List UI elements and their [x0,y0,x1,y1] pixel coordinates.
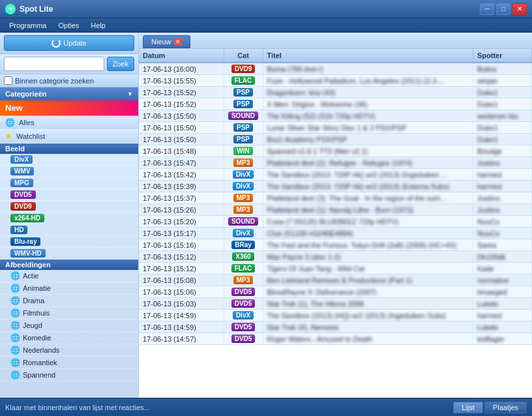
cell-spotter: Duke1 [473,98,532,110]
category-x264hd[interactable]: x264-HD [0,213,138,224]
cell-datum: 17-06-13 (14:59) [139,310,224,321]
binnen-cat-checkbox[interactable] [4,76,12,85]
category-watchlist[interactable]: ★ Watchlist [0,130,138,143]
search-input[interactable] [4,57,104,71]
update-icon [52,38,61,48]
table-row[interactable]: 17-06-13 (15:50)PSPLunar Silver Star Sto… [139,122,532,134]
category-spannend[interactable]: 🌐 Spannend [0,369,138,381]
cell-cat: DVD5 [224,298,263,310]
cell-titel: Cusa (7 0S120) BLUEBEEZ 720p HDTV) [263,216,473,228]
cell-titel: Ben Liebrand Remixes & Productions (Part… [263,275,473,286]
cell-titel: Star Trek (4), Nemesis [263,321,473,333]
table-row[interactable]: 17-06-13 (15:06)DVD5BloodRayne II: Deliv… [139,286,532,298]
menu-programma[interactable]: Programma [4,20,52,31]
cell-titel: The Sandbox (2013: 720P Hk) w/2 (2013) (… [263,181,473,192]
globe-icon-komedie: 🌐 [10,333,20,342]
cell-titel: Buzz Academy PSX/PSP [263,134,473,145]
table-row[interactable]: 17-06-13 (14:57)DVD5Roger Waters - Amuse… [139,333,532,345]
watchlist-label: Watchlist [16,132,45,140]
cell-titel: The Sandbox (2013: 720P Hk) w/2 (2013) (… [263,169,473,181]
table-row[interactable]: 17-06-13 (15:17)DivXClue (S1100 H1040E48… [139,228,532,239]
table-row[interactable]: 17-06-13 (15:12)FLACTigers Of Juan Tang … [139,263,532,275]
table-row[interactable]: 17-06-13 (15:42)DivXThe Sandbox (2013: 7… [139,169,532,181]
globe-icon-ned: 🌐 [10,346,20,355]
category-mpg[interactable]: MPG [0,177,138,189]
category-komedie[interactable]: 🌐 Komedie [0,332,138,344]
category-list[interactable]: New 🌐 Alles ★ Watchlist Beeld DivX WMV M… [0,100,138,398]
category-dvd9[interactable]: DVD9 [0,201,138,213]
cell-titel: Buma (788 dvd-r) [263,63,473,75]
table-row[interactable]: 17-06-13 (15:12)X360Max Payne 3 (disc 1-… [139,251,532,263]
cell-cat: WIN [224,145,263,157]
category-hd[interactable]: HD [0,224,138,236]
globe-icon-spannend: 🌐 [10,370,20,379]
minimize-button[interactable]: ─ [480,3,494,15]
cell-spotter: Duke1 [473,122,532,134]
title-bar-left: ★ Spot Lite [5,4,53,14]
category-new[interactable]: New [0,100,138,116]
category-divx[interactable]: DivX [0,154,138,166]
bottom-tab-lijst[interactable]: Lijst [453,402,483,413]
cell-cat: FLAC [224,75,263,87]
jeugd-label: Jeugd [23,321,42,329]
cell-spotter: Justino [473,204,532,216]
table-row[interactable]: 17-06-13 (15:39)DivXThe Sandbox (2013: 7… [139,181,532,192]
category-alles[interactable]: 🌐 Alles [0,116,138,130]
sidebar: Update Zoek Binnen categorie zoeken Cate… [0,33,139,398]
tab-nieuw[interactable]: Nieuw ✕ [143,35,190,48]
cell-datum: 17-06-13 (15:52) [139,98,224,110]
category-bluray[interactable]: Blu-ray [0,236,138,248]
table-row[interactable]: 17-06-13 (15:20)SOUNDCusa (7 0S120) BLUE… [139,216,532,228]
table-row[interactable]: 17-06-13 (15:52)PSPX Men: Origins - Wolv… [139,98,532,110]
cell-datum: 17-06-13 (14:59) [139,321,224,333]
table-row[interactable]: 17-06-13 (15:03)DVD5Star Trek (1), The H… [139,298,532,310]
data-table[interactable]: Datum Cat Titel Spotter 17-06-13 (16:00)… [139,49,532,398]
globe-icon-animatie: 🌐 [10,284,20,293]
bottom-bar: Klaar met binnenhalen van lijst met reac… [0,398,532,416]
search-button[interactable]: Zoek [107,57,134,71]
category-jeugd[interactable]: 🌐 Jeugd [0,319,138,332]
category-wmvhd[interactable]: WMV-HD [0,248,138,260]
table-header-row: Datum Cat Titel Spotter [139,49,532,63]
category-filmhuis[interactable]: 🌐 Filmhuis [0,307,138,319]
table-row[interactable]: 17-06-13 (15:55)FLACFuze - Hollywood Pal… [139,75,532,87]
table-row[interactable]: 17-06-13 (15:37)MP3Platteland deel (3): … [139,192,532,204]
table-row[interactable]: 17-06-13 (14:59)DivXThe Sandbox (2013) (… [139,310,532,321]
wmv-badge: WMV [10,167,34,175]
cell-datum: 17-06-13 (15:55) [139,75,224,87]
category-drama[interactable]: 🌐 Drama [0,295,138,307]
maximize-button[interactable]: □ [496,3,510,15]
table-row[interactable]: 17-06-13 (16:00)DVD9Buma (788 dvd-r)Bubr… [139,63,532,75]
cell-cat: PSP [224,122,263,134]
afbeeldingen-header: Afbeeldingen [0,260,138,270]
divx-badge: DivX [10,155,33,164]
category-dvd5[interactable]: DVD5 [0,189,138,201]
search-area: Zoek [0,54,138,74]
menu-help[interactable]: Help [85,20,111,31]
table-row[interactable]: 17-06-13 (15:50)SOUNDThe Killing (S2) (S… [139,110,532,122]
cell-datum: 17-06-13 (15:50) [139,122,224,134]
cell-spotter: wederom blu [473,110,532,122]
menu-opties[interactable]: Opties [53,20,84,31]
update-button[interactable]: Update [4,35,134,51]
bottom-tab-plaatjes[interactable]: Plaatjes [484,402,527,413]
bottom-tabs: Lijst Plaatjes [453,402,527,413]
table-row[interactable]: 17-06-13 (15:26)MP3Platteland deel (1): … [139,204,532,216]
cell-cat: DivX [224,169,263,181]
category-wmv[interactable]: WMV [0,166,138,177]
category-animatie[interactable]: 🌐 Animatie [0,282,138,295]
table-row[interactable]: 17-06-13 (14:59)DVD5Star Trek (4), Nemes… [139,321,532,333]
table-row[interactable]: 17-06-13 (15:16)BRayThe Fast and the Fur… [139,239,532,251]
table-row[interactable]: 17-06-13 (15:48)WINSpanned v1.8.1 TT3 (f… [139,145,532,157]
table-row[interactable]: 17-06-13 (15:08)MP3Ben Liebrand Remixes … [139,275,532,286]
close-button[interactable]: ✕ [512,3,527,15]
cell-spotter: Boudge [473,145,532,157]
table-row[interactable]: 17-06-13 (15:47)MP3Platteland deel (2): … [139,157,532,169]
table-row[interactable]: 17-06-13 (15:52)PSPDragonborn: kira (43)… [139,87,532,98]
category-nederlands[interactable]: 🌐 Nederlands [0,344,138,357]
tab-close-icon[interactable]: ✕ [174,38,182,46]
table-row[interactable]: 17-06-13 (15:50)PSPBuzz Academy PSX/PSPD… [139,134,532,145]
category-romantiek[interactable]: 🌐 Romantiek [0,357,138,369]
category-actie[interactable]: 🌐 Actie [0,270,138,282]
cell-cat: X360 [224,251,263,263]
